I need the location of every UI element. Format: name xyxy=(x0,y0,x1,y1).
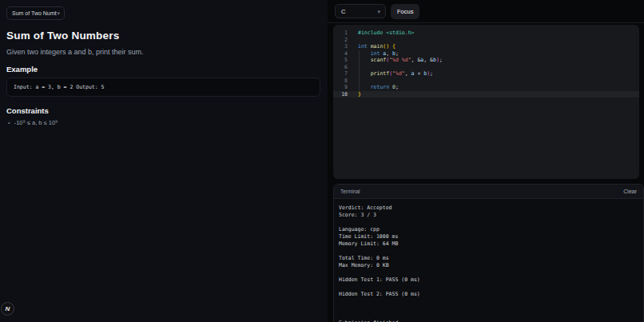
line-number: 2 xyxy=(333,37,348,44)
example-code-block: Input: a = 3, b = 2 Output: 5 xyxy=(6,78,320,97)
example-heading: Example xyxy=(6,65,321,74)
language-select[interactable]: C ▾ xyxy=(335,4,386,18)
code-line[interactable]: 6 xyxy=(333,64,639,71)
nextjs-dev-badge[interactable]: N xyxy=(1,302,14,316)
code-text xyxy=(348,37,358,44)
line-number: 6 xyxy=(333,64,348,71)
language-select-label: C xyxy=(341,8,345,15)
line-number: 7 xyxy=(333,70,348,78)
nextjs-logo-icon: N xyxy=(6,305,10,312)
line-number: 9 xyxy=(333,84,348,91)
line-number: 1 xyxy=(333,30,348,37)
line-number: 5 xyxy=(333,57,348,64)
problem-panel: Sum of Two Numbers ▾ Sum of Two Numbers … xyxy=(0,0,328,322)
code-text: scanf("%d %d", &a, &b); xyxy=(348,57,443,64)
code-line[interactable]: 1#include <stdio.h> xyxy=(333,30,639,37)
code-text: #include <stdio.h> xyxy=(348,30,414,37)
line-number: 10 xyxy=(333,91,348,98)
code-text: printf("%d", a + b); xyxy=(348,70,433,78)
terminal-title: Terminal xyxy=(340,189,360,194)
terminal-panel: Terminal Clear Verdict: Accepted Score: … xyxy=(333,184,644,322)
constraint-item: • -10⁹ ≤ a, b ≤ 10⁹ xyxy=(6,119,321,126)
focus-button[interactable]: Focus xyxy=(391,4,419,19)
code-editor[interactable]: 1#include <stdio.h>23int main() {4 int a… xyxy=(333,25,639,179)
problem-title: Sum of Two Numbers xyxy=(6,30,321,42)
chevron-down-icon: ▾ xyxy=(377,9,380,14)
code-line[interactable]: 3int main() { xyxy=(333,43,639,50)
code-line[interactable]: 5 scanf("%d %d", &a, &b); xyxy=(333,57,639,64)
line-number: 8 xyxy=(333,78,348,85)
code-text: int main() { xyxy=(348,43,396,50)
code-line[interactable]: 9 return 0; xyxy=(333,84,639,91)
example-code: Input: a = 3, b = 2 Output: 5 xyxy=(14,84,105,90)
code-line[interactable]: 4 int a, b; xyxy=(333,50,639,58)
terminal-output: Verdict: Accepted Score: 3 / 3 Language:… xyxy=(334,199,643,322)
code-text: int a, b; xyxy=(348,50,399,58)
bullet-icon: • xyxy=(8,119,10,126)
line-number: 3 xyxy=(333,43,348,50)
code-text: return 0; xyxy=(348,84,399,91)
constraints-heading: Constraints xyxy=(6,106,321,115)
code-line[interactable]: 7 printf("%d", a + b); xyxy=(333,70,639,78)
code-line[interactable]: 10} xyxy=(333,91,639,98)
problem-selector-label: Sum of Two Numbers xyxy=(12,10,57,16)
editor-toolbar: C ▾ Focus Run Submit Dashboard Logout xyxy=(328,0,644,23)
code-text: } xyxy=(348,91,361,98)
problem-selector[interactable]: Sum of Two Numbers ▾ xyxy=(6,6,65,20)
constraint-text: -10⁹ ≤ a, b ≤ 10⁹ xyxy=(14,119,58,126)
code-lines: 1#include <stdio.h>23int main() {4 int a… xyxy=(333,25,639,97)
code-text xyxy=(348,78,358,85)
chevron-down-icon: ▾ xyxy=(57,10,60,16)
code-text xyxy=(348,64,358,71)
code-line[interactable]: 2 xyxy=(333,37,639,44)
line-number: 4 xyxy=(333,50,348,58)
code-line[interactable]: 8 xyxy=(333,78,639,85)
problem-description: Given two integers a and b, print their … xyxy=(6,48,321,56)
clear-button[interactable]: Clear xyxy=(623,189,637,194)
terminal-header: Terminal Clear xyxy=(334,185,643,199)
